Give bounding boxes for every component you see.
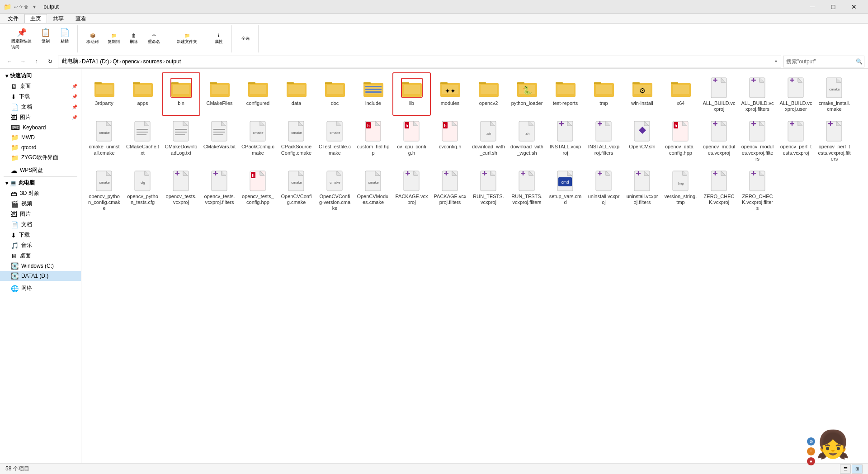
sidebar-item-downloads[interactable]: ⬇ 下载 📌 xyxy=(0,91,81,102)
file-item-50[interactable]: RUN_TESTS.vcxproj xyxy=(469,166,508,215)
sidebar-item-desk2[interactable]: 🖥 桌面 xyxy=(0,251,81,261)
side-icon-orange[interactable]: ! xyxy=(807,447,815,455)
file-item-39[interactable]: opencv_perf_tests.vcxproj.filters xyxy=(815,116,854,166)
file-item-10[interactable]: opencv2 xyxy=(469,72,508,116)
file-item-35[interactable]: h opencv_data_config.hpp xyxy=(661,116,700,166)
file-item-23[interactable]: CMakeVars.txt xyxy=(200,116,239,166)
file-item-31[interactable]: .sh download_with_wget.sh xyxy=(508,116,546,166)
sidebar-item-data1-d[interactable]: 💽 DATA1 (D:) xyxy=(0,271,81,281)
sidebar-item-qtcord[interactable]: 📁 qtcord xyxy=(0,142,81,152)
file-item-56[interactable]: ZERO_CHECK.vcxproj xyxy=(700,166,738,215)
quick-access-header[interactable]: ▾ 快速访问 xyxy=(0,71,81,81)
up-button[interactable]: ↑ xyxy=(31,56,42,67)
file-item-4[interactable]: configured xyxy=(239,72,277,116)
address-path[interactable]: 此电脑 › DATA1 (D:) › Qt › opencv › sources… xyxy=(58,56,781,67)
file-item-9[interactable]: ✦✦ modules xyxy=(431,72,469,116)
properties-button[interactable]: ℹ 属性 xyxy=(210,31,228,47)
file-item-14[interactable]: ⚙ win-install xyxy=(623,72,661,116)
file-item-36[interactable]: opencv_modules.vcxproj xyxy=(700,116,738,166)
sidebar-item-pics2[interactable]: 🖼 图片 xyxy=(0,209,81,219)
file-item-30[interactable]: .sh download_with_curl.sh xyxy=(469,116,508,166)
pin-quick-access-button[interactable]: 📌 固定到快速访问 xyxy=(7,25,36,52)
file-item-52[interactable]: cmd setup_vars.cmd xyxy=(546,166,585,215)
file-item-2[interactable]: bin xyxy=(162,72,200,116)
sidebar-item-keyboard[interactable]: ⌨ Keyboard xyxy=(0,123,81,133)
sidebar-item-docs2[interactable]: 📄 文档 xyxy=(0,219,81,230)
icon-view-button[interactable]: ⊞ xyxy=(852,465,863,474)
tab-view[interactable]: 查看 xyxy=(70,14,92,23)
file-item-1[interactable]: apps xyxy=(123,72,162,116)
sidebar-item-pictures[interactable]: 🖼 图片 📌 xyxy=(0,112,81,123)
sidebar-item-music[interactable]: 🎵 音乐 xyxy=(0,240,81,251)
file-item-45[interactable]: cmake OpenCVConfig.cmake xyxy=(277,166,316,215)
forward-button[interactable]: → xyxy=(17,56,29,67)
copy-to-button[interactable]: 📁 复制到 xyxy=(104,31,124,47)
file-item-42[interactable]: opencv_tests.vcxproj xyxy=(162,166,200,215)
file-item-27[interactable]: h custom_hal.hpp xyxy=(354,116,392,166)
file-item-55[interactable]: tmp version_string.tmp xyxy=(661,166,700,215)
file-item-25[interactable]: cmake CPackSourceConfig.cmake xyxy=(277,116,316,166)
file-item-38[interactable]: opencv_perf_tests.vcxproj xyxy=(777,116,815,166)
file-item-44[interactable]: h opencv_tests_config.hpp xyxy=(239,166,277,215)
search-input[interactable] xyxy=(786,58,854,65)
sidebar-item-videos[interactable]: 🎬 视频 xyxy=(0,199,81,209)
delete-button[interactable]: 🗑 删除 xyxy=(125,31,143,47)
sidebar-item-network[interactable]: 🌐 网络 xyxy=(0,283,81,294)
file-item-11[interactable]: 🐍 python_loader xyxy=(508,72,546,116)
rename-button[interactable]: ✏ 重命名 xyxy=(144,31,164,47)
file-item-53[interactable]: uninstall.vcxproj xyxy=(585,166,623,215)
select-all-button[interactable]: 全选 xyxy=(236,33,255,44)
file-item-48[interactable]: PACKAGE.vcxproj xyxy=(392,166,431,215)
sidebar-item-mwd[interactable]: 📁 MWD xyxy=(0,133,81,142)
tab-home[interactable]: 主页 xyxy=(24,14,47,23)
new-folder-button[interactable]: 📁 新建文件夹 xyxy=(173,31,201,47)
file-item-0[interactable]: 3rdparty xyxy=(85,72,123,116)
file-item-21[interactable]: CMakeCache.txt xyxy=(123,116,162,166)
back-button[interactable]: ← xyxy=(4,56,15,67)
side-icon-red[interactable]: ♥ xyxy=(807,457,815,465)
sidebar-item-wps[interactable]: ☁ WPS网盘 xyxy=(0,165,81,175)
file-item-18[interactable]: ALL_BUILD.vcxproj.user xyxy=(777,72,815,116)
close-button[interactable]: ✕ xyxy=(844,0,864,14)
file-item-12[interactable]: test-reports xyxy=(546,72,585,116)
file-item-57[interactable]: ZERO_CHECK.vcxproj.filters xyxy=(738,166,777,215)
file-item-7[interactable]: include xyxy=(354,72,392,116)
maximize-button[interactable]: □ xyxy=(823,0,844,14)
file-item-26[interactable]: cmake CTestTestfile.cmake xyxy=(316,116,354,166)
sidebar-item-dl2[interactable]: ⬇ 下载 xyxy=(0,230,81,240)
this-pc-header[interactable]: ▾ 💻 此电脑 xyxy=(0,178,81,188)
file-item-13[interactable]: tmp xyxy=(585,72,623,116)
file-item-6[interactable]: doc xyxy=(316,72,354,116)
file-item-43[interactable]: opencv_tests.vcxproj.filters xyxy=(200,166,239,215)
file-item-51[interactable]: RUN_TESTS.vcxproj.filters xyxy=(508,166,546,215)
sidebar-item-documents[interactable]: 📄 文档 📌 xyxy=(0,102,81,112)
file-item-40[interactable]: cmake opencv_python_config.cmake xyxy=(85,166,123,215)
file-item-8[interactable]: lib xyxy=(392,72,431,116)
file-item-54[interactable]: uninstall.vcxproj.filters xyxy=(623,166,661,215)
tab-share[interactable]: 共享 xyxy=(47,14,70,23)
file-item-41[interactable]: cfg opencv_python_tests.cfg xyxy=(123,166,162,215)
minimize-button[interactable]: ─ xyxy=(802,0,823,14)
file-item-15[interactable]: x64 xyxy=(661,72,700,116)
file-item-3[interactable]: CMakeFiles xyxy=(200,72,239,116)
file-item-33[interactable]: INSTALL.vcxproj.filters xyxy=(585,116,623,166)
file-item-34[interactable]: OpenCV.sln xyxy=(623,116,661,166)
move-to-button[interactable]: 📦 移动到 xyxy=(82,31,103,47)
sidebar-item-desktop[interactable]: 🖥 桌面 📌 xyxy=(0,81,81,91)
side-icon-blue[interactable]: ⚙ xyxy=(807,437,815,446)
sidebar-item-windows-c[interactable]: 💽 Windows (C:) xyxy=(0,261,81,271)
refresh-button[interactable]: ↻ xyxy=(44,56,56,67)
file-item-19[interactable]: cmake cmake_install.cmake xyxy=(815,72,854,116)
file-item-17[interactable]: ALL_BUILD.vcxproj.filters xyxy=(738,72,777,116)
file-item-32[interactable]: INSTALL.vcxproj xyxy=(546,116,585,166)
file-item-20[interactable]: cmake cmake_uninstall.cmake xyxy=(85,116,123,166)
file-item-29[interactable]: h cvconfig.h xyxy=(431,116,469,166)
search-box[interactable]: 🔍 xyxy=(783,56,864,67)
file-item-16[interactable]: ALL_BUILD.vcxproj xyxy=(700,72,738,116)
file-item-24[interactable]: cmake CPackConfig.cmake xyxy=(239,116,277,166)
file-item-46[interactable]: cmake OpenCVConfig-version.cmake xyxy=(316,166,354,215)
file-item-47[interactable]: cmake OpenCVModules.cmake xyxy=(354,166,392,215)
tab-file[interactable]: 文件 xyxy=(2,14,24,23)
file-item-22[interactable]: CMakeDownloadLog.txt xyxy=(162,116,200,166)
copy-button[interactable]: 📋 复制 xyxy=(37,25,55,52)
